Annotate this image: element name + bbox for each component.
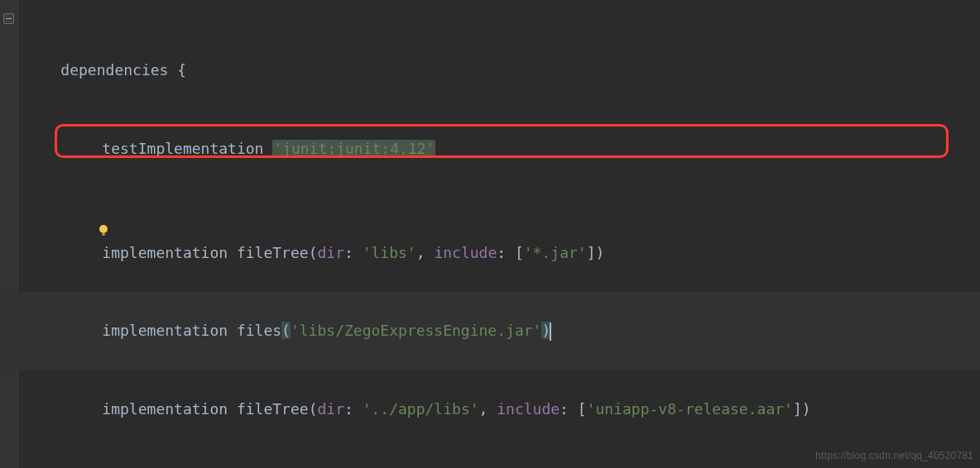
token: [ xyxy=(578,400,587,418)
token: : xyxy=(497,244,515,261)
token: ) xyxy=(802,400,811,418)
token: 'uniapp-v8-release.aar' xyxy=(587,400,793,418)
token: 'libs' xyxy=(363,244,416,261)
code-line[interactable]: dependencies { xyxy=(0,5,980,109)
code-editor[interactable]: dependencies { testImplementation 'junit… xyxy=(0,0,980,468)
token: implementation xyxy=(102,322,237,339)
token: : xyxy=(344,400,363,418)
watermark-text: https://blog.csdn.net/qq_40520781 xyxy=(815,447,973,465)
token: implementation xyxy=(102,400,237,418)
token: { xyxy=(177,61,186,79)
caret-icon xyxy=(550,322,551,341)
token: include xyxy=(497,400,560,418)
token: : xyxy=(560,400,578,418)
token: ( xyxy=(281,322,291,339)
token: ( xyxy=(309,244,318,261)
code-line[interactable]: implementation fileTree(dir: 'libs', inc… xyxy=(0,188,980,292)
token: '*.jar' xyxy=(524,244,587,261)
token: '../app/libs' xyxy=(363,400,479,418)
token: implementation xyxy=(102,244,237,261)
token: ] xyxy=(793,400,802,418)
token: [ xyxy=(515,244,524,261)
code-line[interactable]: testImplementation 'junit:junit:4.12' xyxy=(0,109,980,188)
token: , xyxy=(479,400,497,418)
fold-minus-icon[interactable] xyxy=(3,13,14,24)
lightbulb-icon[interactable] xyxy=(43,193,56,207)
token: include xyxy=(434,244,497,261)
token: , xyxy=(416,244,435,261)
code-line-highlighted[interactable]: implementation fileTree(dir: '../app/lib… xyxy=(0,370,980,448)
svg-point-0 xyxy=(99,225,108,233)
token: 'junit:junit:4.12' xyxy=(272,140,435,157)
token: files xyxy=(237,322,281,339)
token: ] xyxy=(587,244,596,261)
token: fileTree xyxy=(237,400,309,418)
token: ) xyxy=(595,244,604,261)
token: dir xyxy=(317,400,344,418)
token: 'libs/ZegoExpressEngine.jar' xyxy=(291,322,541,339)
token: fileTree xyxy=(237,244,309,261)
svg-rect-1 xyxy=(102,233,105,236)
token: dir xyxy=(317,244,344,261)
token: testImplementation xyxy=(102,140,272,157)
token: : xyxy=(344,244,363,261)
token: dependencies xyxy=(60,61,177,79)
token: ( xyxy=(309,400,318,418)
code-line-active[interactable]: implementation files('libs/ZegoExpressEn… xyxy=(0,292,980,370)
